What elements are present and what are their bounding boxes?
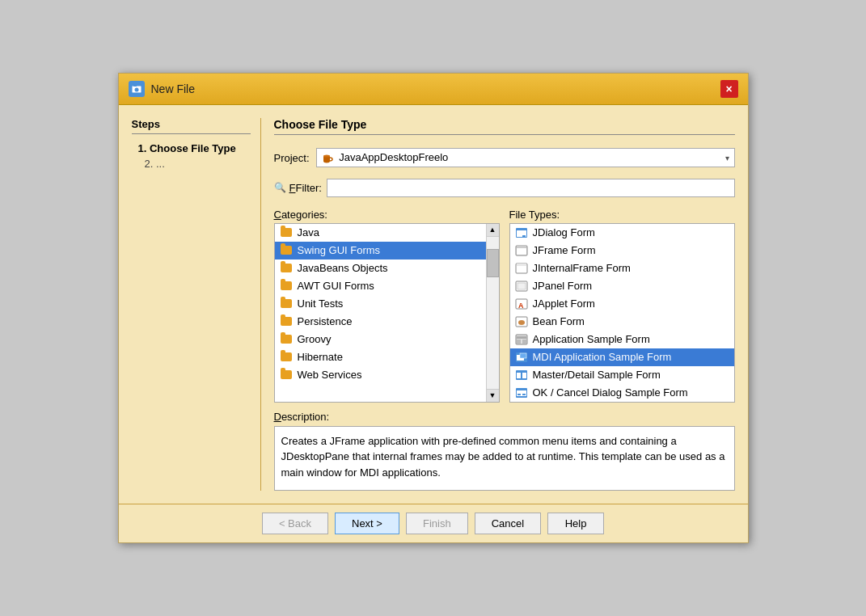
category-swing[interactable]: Swing GUI Forms bbox=[275, 242, 486, 259]
filetype-jframe[interactable]: JFrame Form bbox=[510, 242, 734, 259]
filetype-japplet[interactable]: A JApplet Form bbox=[510, 295, 734, 313]
scroll-down-button[interactable]: ▼ bbox=[487, 389, 499, 402]
bean-icon bbox=[515, 315, 528, 328]
svg-rect-11 bbox=[517, 248, 526, 255]
category-awt[interactable]: AWT GUI Forms bbox=[275, 277, 486, 295]
project-row: Project: JavaAppDesktopFreelo ▾ bbox=[274, 148, 735, 167]
svg-text:A: A bbox=[518, 302, 524, 310]
finish-button[interactable]: Finish bbox=[406, 513, 468, 534]
sidebar-item-step2: 2. ... bbox=[132, 156, 251, 171]
svg-rect-12 bbox=[517, 246, 526, 248]
sidebar-item-step1: 1. Choose File Type bbox=[132, 141, 251, 156]
category-javabeans[interactable]: JavaBeans Objects bbox=[275, 259, 486, 277]
category-webservices[interactable]: Web Services bbox=[275, 366, 486, 384]
svg-rect-28 bbox=[520, 353, 526, 358]
main-content: Choose File Type Project: JavaAppDesktop… bbox=[274, 118, 735, 491]
svg-point-21 bbox=[518, 320, 525, 325]
folder-icon bbox=[280, 351, 293, 364]
category-groovy[interactable]: Groovy bbox=[275, 331, 486, 348]
masterdetail-icon bbox=[515, 369, 528, 382]
description-text: Creates a JFrame application with pre-de… bbox=[274, 426, 735, 491]
filetypes-list[interactable]: JDialog Form JFrame Form bbox=[509, 223, 735, 403]
folder-icon bbox=[280, 369, 293, 382]
svg-rect-23 bbox=[517, 336, 526, 339]
folder-icon bbox=[280, 244, 293, 257]
svg-point-5 bbox=[323, 154, 330, 157]
scroll-up-button[interactable]: ▲ bbox=[487, 224, 499, 237]
filter-row: 🔍 FFilter: bbox=[274, 179, 735, 197]
svg-rect-17 bbox=[517, 283, 526, 289]
lists-row: Categories: Java Swing GUI Forms bbox=[274, 209, 735, 403]
categories-list[interactable]: Java Swing GUI Forms JavaBeans Objects bbox=[274, 223, 500, 403]
jinternalframe-icon bbox=[515, 262, 528, 275]
sidebar: Steps 1. Choose File Type 2. ... bbox=[132, 118, 261, 491]
svg-point-2 bbox=[134, 88, 138, 92]
folder-icon bbox=[280, 226, 293, 239]
filter-label: 🔍 FFilter: bbox=[274, 182, 322, 194]
filetypes-label: File Types: bbox=[509, 209, 735, 221]
filetype-bean[interactable]: Bean Form bbox=[510, 313, 734, 331]
category-hibernate[interactable]: Hibernate bbox=[275, 348, 486, 366]
jpanel-icon bbox=[515, 280, 528, 293]
project-label: Project: bbox=[274, 152, 310, 164]
folder-icon bbox=[280, 297, 293, 310]
sidebar-title: Steps bbox=[132, 118, 251, 134]
okcancel-icon bbox=[515, 386, 528, 399]
svg-rect-35 bbox=[522, 394, 526, 395]
svg-rect-30 bbox=[517, 373, 521, 378]
title-bar: New File × bbox=[119, 74, 748, 105]
svg-rect-34 bbox=[517, 394, 521, 395]
dialog-title: New File bbox=[151, 82, 195, 95]
japplet-icon: A bbox=[515, 297, 528, 310]
category-java[interactable]: Java bbox=[275, 224, 486, 242]
cancel-button[interactable]: Cancel bbox=[475, 513, 541, 534]
filetype-masterdetail[interactable]: Master/Detail Sample Form bbox=[510, 366, 734, 384]
scroll-thumb[interactable] bbox=[487, 249, 499, 277]
project-dropdown[interactable]: JavaAppDesktopFreelo ▾ bbox=[316, 148, 735, 167]
project-value: JavaAppDesktopFreelo bbox=[322, 151, 725, 164]
close-button[interactable]: × bbox=[720, 80, 738, 98]
category-persistence[interactable]: Persistence bbox=[275, 313, 486, 331]
svg-rect-9 bbox=[522, 235, 526, 237]
categories-section: Categories: Java Swing GUI Forms bbox=[274, 209, 500, 403]
mdi-icon bbox=[515, 351, 528, 364]
description-section: Description: Creates a JFrame applicatio… bbox=[274, 411, 735, 491]
filetype-okcancel[interactable]: OK / Cancel Dialog Sample Form bbox=[510, 384, 734, 402]
svg-rect-8 bbox=[517, 228, 526, 230]
chevron-down-icon: ▾ bbox=[725, 154, 729, 162]
description-label: Description: bbox=[274, 411, 735, 423]
help-button[interactable]: Help bbox=[547, 513, 604, 534]
folder-icon bbox=[280, 262, 293, 275]
svg-rect-1 bbox=[133, 84, 137, 86]
folder-icon bbox=[280, 315, 293, 328]
folder-icon bbox=[280, 280, 293, 293]
search-icon: 🔍 bbox=[274, 182, 286, 193]
appsample-icon bbox=[515, 333, 528, 346]
categories-scrollbar[interactable]: ▲ ▼ bbox=[486, 224, 499, 402]
back-button[interactable]: < Back bbox=[262, 513, 328, 534]
svg-rect-31 bbox=[522, 373, 526, 378]
filetype-jdialog[interactable]: JDialog Form bbox=[510, 224, 734, 242]
svg-rect-25 bbox=[522, 340, 526, 344]
filetypes-section: File Types: JDialog Form bbox=[509, 209, 735, 403]
section-title: Choose File Type bbox=[274, 118, 735, 135]
jdialog-icon bbox=[515, 226, 528, 239]
app-icon bbox=[129, 81, 145, 97]
title-bar-left: New File bbox=[129, 81, 195, 97]
dialog-body: Steps 1. Choose File Type 2. ... Choose … bbox=[119, 105, 748, 504]
scroll-track bbox=[487, 237, 499, 389]
svg-rect-14 bbox=[517, 266, 526, 272]
filetype-mdi[interactable]: MDI Application Sample Form bbox=[510, 348, 734, 366]
filetype-jinternalframe[interactable]: JInternalFrame Form bbox=[510, 259, 734, 277]
categories-label: Categories: bbox=[274, 209, 500, 221]
jframe-icon bbox=[515, 244, 528, 257]
categories-scroll-content: Java Swing GUI Forms JavaBeans Objects bbox=[275, 224, 486, 402]
next-button[interactable]: Next > bbox=[335, 513, 399, 534]
folder-icon bbox=[280, 333, 293, 346]
filetype-jpanel[interactable]: JPanel Form bbox=[510, 277, 734, 295]
filetype-appsample[interactable]: Application Sample Form bbox=[510, 331, 734, 348]
filter-input[interactable] bbox=[327, 179, 735, 197]
svg-rect-24 bbox=[517, 340, 521, 344]
category-unittests[interactable]: Unit Tests bbox=[275, 295, 486, 313]
svg-rect-15 bbox=[517, 264, 526, 266]
